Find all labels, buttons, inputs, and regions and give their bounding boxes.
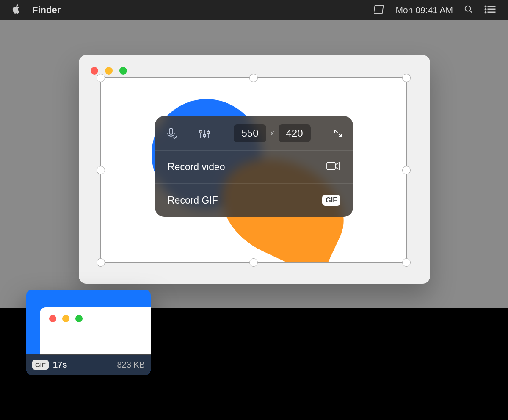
thumbnail-filesize: 823 KB	[117, 360, 145, 370]
svg-rect-5	[488, 9, 495, 10]
resize-handle-top-left[interactable]	[97, 74, 105, 82]
thumb-min-dot	[62, 315, 69, 322]
dimensions-display: 550 x 420	[221, 124, 323, 142]
svg-rect-3	[488, 6, 495, 7]
thumbnail-footer: GIF 17s 823 KB	[26, 354, 151, 375]
cleanshot-menubar-icon[interactable]	[374, 4, 385, 17]
thumb-zoom-dot	[75, 315, 83, 322]
dimension-separator: x	[271, 129, 274, 138]
record-video-label: Record video	[168, 161, 225, 173]
resize-handle-mid-left[interactable]	[97, 166, 105, 174]
svg-point-6	[485, 11, 486, 13]
resize-handle-top-mid[interactable]	[249, 74, 258, 82]
svg-rect-8	[169, 128, 173, 134]
capture-selection-region[interactable]: 550 x 420 Record video	[101, 78, 406, 262]
spotlight-search-icon[interactable]	[464, 5, 473, 16]
thumbnail-duration: 17s	[53, 360, 67, 370]
record-gif-label: Record GIF	[168, 195, 218, 206]
app-name[interactable]: Finder	[32, 5, 61, 16]
record-gif-button[interactable]: Record GIF GIF	[155, 184, 353, 217]
thumbnail-format-badge: GIF	[32, 360, 49, 370]
settings-sliders-button[interactable]	[188, 116, 221, 150]
svg-point-0	[465, 6, 471, 11]
apple-menu-icon[interactable]	[12, 4, 21, 17]
svg-rect-16	[327, 162, 335, 170]
video-camera-icon	[326, 160, 340, 175]
svg-point-2	[485, 6, 486, 7]
window-zoom-button[interactable]	[119, 67, 127, 75]
svg-rect-7	[488, 12, 495, 13]
desktop: 550 x 420 Record video	[0, 20, 508, 308]
thumbnail-window-preview	[40, 307, 151, 355]
width-input[interactable]: 550	[234, 124, 266, 142]
resize-handle-bottom-left[interactable]	[97, 258, 105, 267]
svg-line-1	[470, 10, 472, 13]
window-close-button[interactable]	[91, 67, 98, 75]
record-video-button[interactable]: Record video	[155, 151, 353, 184]
record-toolbar: 550 x 420 Record video	[155, 116, 353, 217]
fullscreen-button[interactable]	[323, 116, 353, 150]
resize-handle-mid-right[interactable]	[402, 166, 411, 174]
resize-handle-top-right[interactable]	[402, 74, 411, 82]
window-traffic-lights	[91, 67, 127, 75]
recording-thumbnail[interactable]: GIF 17s 823 KB	[26, 290, 151, 375]
svg-point-11	[199, 130, 202, 133]
microphone-toggle-button[interactable]	[155, 116, 188, 150]
resize-handle-bottom-right[interactable]	[402, 258, 411, 267]
thumb-close-dot	[49, 315, 56, 322]
svg-point-15	[207, 131, 210, 134]
svg-point-4	[485, 8, 486, 10]
control-center-icon[interactable]	[484, 5, 496, 16]
resize-handle-bottom-mid[interactable]	[249, 258, 258, 267]
gif-badge-icon: GIF	[322, 195, 340, 206]
svg-point-13	[203, 134, 206, 137]
height-input[interactable]: 420	[279, 124, 311, 142]
menubar: Finder Mon 09:41 AM	[0, 0, 508, 20]
window-minimize-button[interactable]	[105, 67, 113, 75]
menubar-clock[interactable]: Mon 09:41 AM	[396, 5, 453, 15]
sample-app-window: 550 x 420 Record video	[79, 55, 430, 284]
